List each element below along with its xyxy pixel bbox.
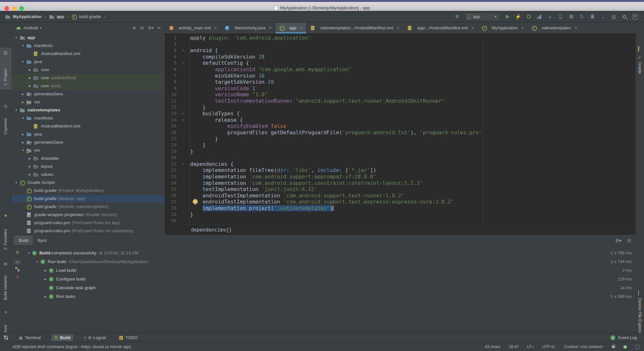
fold-marker[interactable]: ˆ — [177, 142, 190, 148]
code-line[interactable]: 4 compileSdkVersion 28 — [165, 54, 636, 60]
tree-expand-arrow[interactable]: ▶ — [28, 173, 32, 176]
build-output-row[interactable]: ▶✓Load build2 ms — [24, 266, 636, 275]
tool-button-6--logcat[interactable]: ≡6: Logcat — [82, 334, 109, 341]
tree-row[interactable]: ▶layout — [12, 162, 165, 170]
code-line[interactable]: 28 implementation project(':nativetempla… — [165, 205, 636, 212]
code-line[interactable]: 3⊖android { — [165, 47, 636, 54]
stop-button[interactable] — [568, 14, 574, 20]
close-icon[interactable]: ✕ — [300, 26, 303, 30]
code-line[interactable]: 13⊖ buildTypes { — [165, 110, 636, 117]
tab-mainactivity-java[interactable]: MainActivity.java✕ — [221, 23, 275, 33]
tree-row[interactable]: ▶generatedJava — [12, 138, 165, 146]
tree-expand-arrow[interactable]: ▶ — [21, 92, 25, 96]
code-line[interactable]: 24 implementation 'com.android.support.c… — [165, 180, 636, 186]
sdk-manager-button[interactable]: ↓ — [600, 14, 606, 20]
window-switcher-icon[interactable] — [4, 336, 8, 340]
sync-gradle-button[interactable]: ↻ — [579, 14, 585, 20]
tree-row[interactable]: ▶generatedJava — [12, 90, 165, 98]
fold-marker[interactable]: ⊖ — [177, 161, 190, 167]
tool-button-todo[interactable]: ✓TODO — [117, 334, 140, 341]
tab-nativetemplates-----androidmanifest-xml[interactable]: nativetemplates/.../AndroidManifest.xml✕ — [306, 23, 403, 33]
tree-expand-arrow[interactable]: ▶ — [28, 165, 32, 168]
tree-expand-arrow[interactable]: ▶ — [28, 84, 32, 88]
indicator-icon[interactable] — [635, 345, 639, 349]
code-line[interactable]: 27 androidTestImplementation 'com.androi… — [165, 199, 636, 205]
build-output-row[interactable]: ▼✓Build: completed successfullyat 11/5/1… — [24, 249, 636, 257]
tree-expand-arrow[interactable]: ▶ — [28, 157, 32, 160]
build-output-row[interactable]: ▶✓Configure build128 ms — [24, 275, 636, 283]
sidebar-item----project[interactable]: 1: Project — [3, 69, 8, 86]
code-line[interactable]: 23 implementation 'com.android.support:a… — [165, 174, 636, 180]
fold-marker[interactable]: ⊖ — [177, 47, 190, 54]
code-line[interactable]: 26 androidTestImplementation 'com.androi… — [165, 193, 636, 199]
code-line[interactable]: 6 applicationId "com.google.ads.myapplic… — [165, 66, 636, 73]
tree-row[interactable]: ▶drawable — [12, 154, 165, 162]
code-line[interactable]: 16 proguardFiles getDefaultProguardFile(… — [165, 129, 636, 136]
tree-expand-arrow[interactable]: ▶ — [21, 100, 25, 104]
tree-row[interactable]: ▼Gradle Scripts — [12, 178, 165, 186]
tree-row[interactable]: proguard-rules.pro(ProGuard Rules for ap… — [12, 219, 165, 227]
code-line[interactable]: 20 — [165, 155, 636, 161]
breadcrumb-module[interactable]: app — [49, 14, 64, 19]
tab-myapplication[interactable]: MyApplication✕ — [478, 23, 528, 33]
build-expand-arrow[interactable]: ▶ — [43, 278, 48, 281]
close-icon[interactable]: ✕ — [214, 26, 217, 30]
tree-expand-arrow[interactable]: ▶ — [28, 76, 32, 80]
tree-row[interactable]: ▶com — [12, 66, 165, 74]
tree-row[interactable]: build.gradle(Module: app) — [12, 194, 165, 203]
fold-marker[interactable]: ˆ — [177, 104, 190, 111]
attach-debugger-button[interactable]: a — [547, 14, 553, 20]
code-line[interactable]: 25 testImplementation 'junit:junit:4.12' — [165, 186, 636, 193]
code-line[interactable]: 19ˆ} — [165, 148, 636, 155]
minimize-panel-icon[interactable]: ⊟ — [627, 238, 631, 243]
tree-row[interactable]: ▶com(test) — [12, 82, 165, 90]
tree-row[interactable]: ▶values — [12, 170, 165, 178]
debug-button[interactable] — [525, 14, 532, 20]
tree-expand-arrow[interactable]: ▼ — [21, 117, 25, 120]
code-line[interactable]: 15 minifyEnabled false — [165, 123, 636, 129]
code-line[interactable]: 1apply plugin: 'com.android.application' — [165, 35, 636, 41]
gradle-tool-tab[interactable]: Gradle — [638, 62, 642, 74]
sidebar-item-captures[interactable]: Captures — [3, 118, 8, 135]
close-icon[interactable]: ✕ — [15, 274, 19, 280]
tree-expand-arrow[interactable]: ▶ — [21, 133, 25, 136]
selection-length[interactable]: 43 chars — [485, 345, 500, 349]
code-line[interactable]: 2 — [165, 41, 636, 48]
tree-row[interactable]: ▼manifests — [12, 42, 165, 50]
tree-row[interactable]: ▶com(androidTest) — [12, 74, 165, 82]
tree-row[interactable]: gradle-wrapper.properties(Gradle Version… — [12, 211, 165, 219]
tab-app-----androidmanifest-xml[interactable]: app/.../AndroidManifest.xml✕ — [403, 23, 478, 33]
editor-breadcrumb-bar[interactable]: dependencies{} — [165, 224, 636, 235]
close-icon[interactable]: ✕ — [397, 26, 400, 30]
breadcrumb-file[interactable]: build.gradle — [72, 14, 101, 19]
fold-marker[interactable]: ˆ — [177, 212, 190, 218]
build-panel-tab-build[interactable]: Build — [14, 236, 33, 245]
search-everywhere-button[interactable] — [621, 14, 628, 20]
status-message[interactable]: ADB rejected shell command (logcat --hel… — [12, 345, 131, 349]
sidebar-item-build-variants[interactable]: Build Variants — [3, 276, 8, 300]
code-line[interactable]: 14⊖ release { — [165, 117, 636, 123]
tab-app[interactable]: app✕ — [275, 23, 306, 33]
profile-button[interactable] — [536, 14, 543, 20]
build-expand-arrow[interactable]: ▼ — [35, 260, 39, 263]
code-line[interactable]: 21⊖dependencies { — [165, 161, 636, 167]
gradle-tool-button[interactable] — [638, 46, 639, 51]
close-icon[interactable]: ✕ — [521, 26, 524, 30]
highlighting-level-icon[interactable] — [623, 345, 627, 349]
code-line[interactable]: 8 targetSdkVersion 28 — [165, 79, 636, 85]
tree-expand-arrow[interactable]: ▶ — [28, 68, 32, 71]
tab-activity-main-xml[interactable]: activity_main.xml✕ — [165, 23, 221, 33]
context-widget[interactable]: Context: <no context> — [564, 345, 603, 349]
build-output-row[interactable]: ✓Calculate task graph14 ms — [24, 283, 636, 292]
build-settings-gear-icon[interactable]: ⚙▾ — [615, 238, 622, 243]
code-line[interactable]: 22 implementation fileTree(dir: 'libs', … — [165, 167, 636, 174]
avd-manager-button[interactable] — [589, 14, 596, 20]
lock-icon[interactable] — [612, 346, 615, 348]
file-encoding[interactable]: UTF-8↕ — [542, 345, 556, 349]
code-lines[interactable]: 1apply plugin: 'com.android.application'… — [165, 33, 636, 224]
run-configuration-select[interactable]: app ▼ — [465, 13, 500, 21]
tree-row[interactable]: ▼app — [12, 33, 165, 42]
tree-row[interactable]: ▶java — [12, 130, 165, 138]
build-expand-arrow[interactable]: ▼ — [27, 251, 31, 255]
tree-row[interactable]: AndroidManifest.xml — [12, 122, 165, 130]
